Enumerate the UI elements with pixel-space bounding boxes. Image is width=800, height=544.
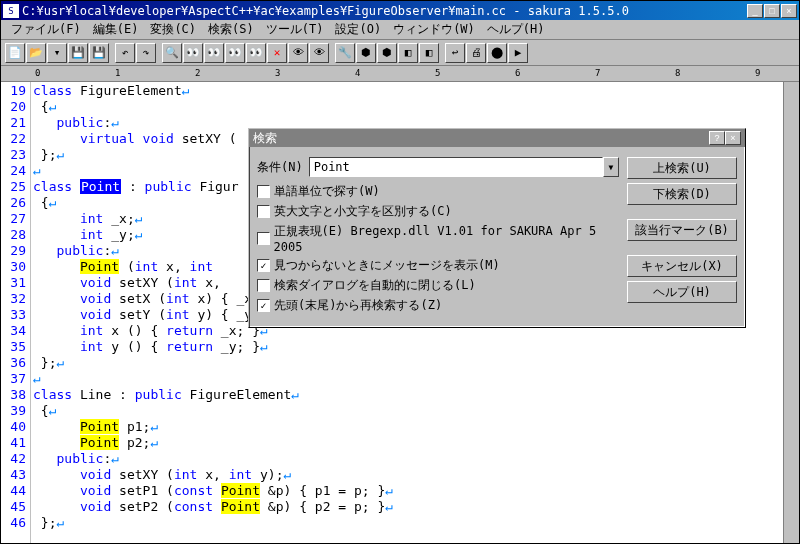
maximize-button[interactable]: □ [764,4,780,18]
tool-play[interactable]: ▶ [508,43,528,63]
tool-history[interactable]: ▾ [47,43,67,63]
code-line: void setP1 (const Point &p) { p1 = p; }↵ [33,483,783,499]
line-number: 43 [1,467,26,483]
tool-color[interactable]: ◧ [419,43,439,63]
tool-find[interactable]: 🔍 [162,43,182,63]
cancel-button[interactable]: キャンセル(X) [627,255,737,277]
menu-window[interactable]: ウィンドウ(W) [387,19,481,40]
dialog-left: 条件(N) ▼ 単語単位で探す(W)英大文字と小文字を区別する(C)正規表現(E… [257,157,619,317]
mark-lines-button[interactable]: 該当行マーク(B) [627,219,737,241]
search-input[interactable] [309,157,603,177]
checkbox-label: 正規表現(E) Bregexp.dll V1.01 for SAKURA Apr… [274,223,619,254]
checkbox-label: 単語単位で探す(W) [274,183,380,200]
search-up-button[interactable]: 上検索(U) [627,157,737,179]
line-number: 28 [1,227,26,243]
tool-font[interactable]: ◧ [398,43,418,63]
tool-wrap[interactable]: ↩ [445,43,465,63]
code-line: class FigureElement↵ [33,83,783,99]
tool-outline[interactable]: 🔧 [335,43,355,63]
ruler-mark: 0 [35,68,40,78]
line-number: 31 [1,275,26,291]
code-line: {↵ [33,99,783,115]
tool-save[interactable]: 💾 [68,43,88,63]
menu-edit[interactable]: 編集(E) [87,19,145,40]
menu-search[interactable]: 検索(S) [202,19,260,40]
line-number: 42 [1,451,26,467]
code-line: public:↵ [33,451,783,467]
tool-bookmark[interactable]: 👁 [288,43,308,63]
tool-mark[interactable]: ✕ [267,43,287,63]
menu-file[interactable]: ファイル(F) [5,19,87,40]
tool-saveall[interactable]: 💾 [89,43,109,63]
vertical-scrollbar[interactable] [783,82,799,543]
tool-findprev[interactable]: 👀 [204,43,224,63]
ruler-mark: 1 [115,68,120,78]
ruler-mark: 9 [755,68,760,78]
line-number: 33 [1,307,26,323]
menu-tools[interactable]: ツール(T) [260,19,330,40]
minimize-button[interactable]: _ [747,4,763,18]
option-row: 英大文字と小文字を区別する(C) [257,203,619,220]
condition-row: 条件(N) ▼ [257,157,619,177]
close-button[interactable]: × [781,4,797,18]
checkbox[interactable] [257,259,270,272]
checkbox-label: 英大文字と小文字を区別する(C) [274,203,452,220]
dialog-buttons: 上検索(U) 下検索(D) 該当行マーク(B) キャンセル(X) ヘルプ(H) [627,157,737,317]
ruler-mark: 6 [515,68,520,78]
checkbox[interactable] [257,205,270,218]
line-number: 44 [1,483,26,499]
window-controls: _ □ × [747,4,797,18]
menu-settings[interactable]: 設定(O) [329,19,387,40]
code-line: void setXY (int x, int y);↵ [33,467,783,483]
checkbox-label: 見つからないときにメッセージを表示(M) [274,257,500,274]
line-number: 21 [1,115,26,131]
search-dialog: 検索 ? × 条件(N) ▼ 単語単位で探す(W)英大文字と小文字を区別する(C… [248,128,746,328]
tool-type[interactable]: ⬢ [356,43,376,63]
tool-bookmark2[interactable]: 👁 [309,43,329,63]
tool-record[interactable]: ⬤ [487,43,507,63]
line-number: 40 [1,419,26,435]
checkbox[interactable] [257,185,270,198]
ruler-mark: 8 [675,68,680,78]
tool-undo[interactable]: ↶ [115,43,135,63]
search-down-button[interactable]: 下検索(D) [627,183,737,205]
line-number: 37 [1,371,26,387]
ruler-mark: 7 [595,68,600,78]
code-line: };↵ [33,515,783,531]
tool-new[interactable]: 📄 [5,43,25,63]
line-number: 36 [1,355,26,371]
titlebar: S C:¥usr¥local¥developer¥AspectC++¥ac¥ex… [1,1,799,20]
combo-dropdown-button[interactable]: ▼ [603,157,619,177]
dialog-close-button[interactable]: × [725,131,741,145]
menu-help[interactable]: ヘルプ(H) [481,19,551,40]
code-line: };↵ [33,355,783,371]
menu-convert[interactable]: 変換(C) [144,19,202,40]
line-number: 25 [1,179,26,195]
checkbox[interactable] [257,299,270,312]
tool-open[interactable]: 📂 [26,43,46,63]
checkbox[interactable] [257,279,270,292]
app-icon: S [3,4,19,18]
option-row: 先頭(末尾)から再検索する(Z) [257,297,619,314]
line-number: 22 [1,131,26,147]
tool-findnext[interactable]: 👀 [183,43,203,63]
dialog-help-button[interactable]: ? [709,131,725,145]
line-number: 38 [1,387,26,403]
condition-label: 条件(N) [257,159,303,176]
line-number: 20 [1,99,26,115]
line-number: 45 [1,499,26,515]
line-number: 41 [1,435,26,451]
help-button[interactable]: ヘルプ(H) [627,281,737,303]
checkbox[interactable] [257,232,270,245]
tool-common[interactable]: ⬢ [377,43,397,63]
tool-print[interactable]: 🖨 [466,43,486,63]
checkbox-label: 検索ダイアログを自動的に閉じる(L) [274,277,476,294]
search-combo: ▼ [309,157,619,177]
tool-replace[interactable]: 👀 [225,43,245,63]
tool-redo[interactable]: ↷ [136,43,156,63]
code-line: ↵ [33,371,783,387]
code-line: class Line : public FigureElement↵ [33,387,783,403]
tool-grep[interactable]: 👀 [246,43,266,63]
code-line: int y () { return _y; }↵ [33,339,783,355]
line-number: 30 [1,259,26,275]
